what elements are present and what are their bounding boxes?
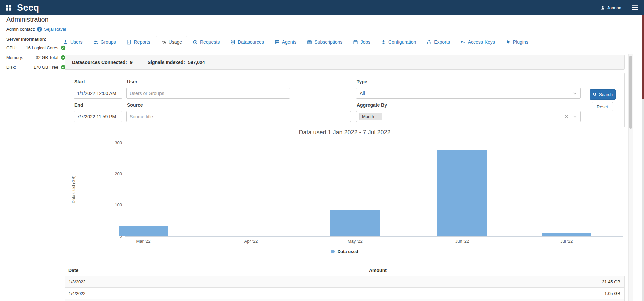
top-navbar: Seeq Joanna [0, 0, 644, 15]
content-scrollbar[interactable] [628, 54, 633, 301]
bar-mar-22 [119, 226, 168, 236]
requests-icon [193, 40, 198, 45]
stats-bar: Datasources Connected: 9 Signals Indexed… [65, 55, 625, 70]
admin-contact-link[interactable]: Sejal Raval [44, 27, 66, 32]
apps-grid-icon[interactable] [5, 5, 12, 11]
x-axis-tick: Jun '22 [445, 239, 479, 244]
end-datetime-input[interactable] [74, 111, 122, 122]
exports-icon [427, 40, 432, 45]
user-name: Joanna [607, 5, 621, 10]
seeq-logo[interactable]: Seeq [17, 3, 39, 13]
tab-label: Usage [169, 39, 182, 45]
type-select[interactable]: All [356, 88, 581, 99]
y-axis-tick: 300 [103, 140, 122, 145]
date-cell: 1/3/2022 [65, 276, 365, 287]
table-row: 1/3/202231.45 GB [65, 276, 625, 288]
date-cell [65, 299, 365, 301]
aggregate-by-label: Aggregate By [357, 102, 387, 108]
table-row: 1/4/20221.05 GB [65, 288, 625, 299]
tab-requests[interactable]: Requests [187, 36, 225, 48]
reset-button[interactable]: Reset [592, 102, 613, 111]
tab-groups[interactable]: Groups [88, 36, 121, 48]
signals-indexed-value: 597,024 [188, 60, 205, 65]
tab-datasources[interactable]: Datasources [225, 36, 269, 48]
bar-may-22 [330, 210, 380, 236]
type-select-value: All [360, 91, 365, 96]
nav-left: Seeq [5, 3, 39, 13]
aggregate-month-tag: Month [359, 113, 382, 120]
tab-label: Jobs [360, 39, 370, 45]
tab-plugins[interactable]: Plugins [500, 36, 534, 48]
server-stat-value: 16 Logical Cores [26, 45, 58, 50]
user-label: User [127, 79, 137, 84]
user-input[interactable] [126, 88, 290, 99]
remove-tag-icon[interactable] [376, 115, 380, 118]
y-axis-tick: 100 [103, 202, 122, 207]
legend-label: Data used [337, 249, 358, 254]
clear-icon[interactable] [564, 114, 569, 119]
chart-title: Data used 1 Jan 2022 - 7 Jul 2022 [65, 129, 625, 136]
date-header: Date [65, 268, 365, 273]
chevron-down-icon [572, 91, 577, 96]
user-icon [63, 40, 68, 45]
search-button[interactable]: Search [590, 89, 616, 100]
type-label: Type [357, 79, 367, 84]
tab-label: Access Keys [468, 39, 495, 45]
gridline [125, 174, 623, 174]
search-icon [593, 92, 597, 97]
datasources-connected-value: 9 [130, 60, 133, 65]
tab-reports[interactable]: Reports [121, 36, 155, 48]
amount-cell: 31.45 GB [365, 276, 624, 287]
tab-users[interactable]: Users [58, 36, 88, 48]
tab-agents[interactable]: Agents [269, 36, 302, 48]
agents-icon [275, 40, 280, 45]
jobs-icon [353, 40, 358, 45]
tab-access-keys[interactable]: Access Keys [455, 36, 500, 48]
x-axis-tick: Apr '22 [234, 239, 268, 244]
tab-usage[interactable]: Usage [156, 36, 187, 48]
tab-jobs[interactable]: Jobs [348, 36, 376, 48]
plot-area: 0100200300Mar '22Apr '22May '22Jun '22Ju… [125, 143, 623, 237]
aggregate-controls [564, 114, 577, 119]
tab-label: Configuration [388, 39, 416, 45]
end-label: End [74, 102, 83, 108]
gridline [125, 143, 623, 143]
admin-contact: Admin contact: ? Sejal Raval [6, 27, 66, 32]
table-row-partial [65, 299, 625, 301]
x-axis-tick: Jul '22 [550, 239, 583, 244]
tab-label: Groups [101, 39, 116, 45]
source-input[interactable] [126, 111, 351, 122]
tab-label: Reports [134, 39, 150, 45]
help-icon[interactable]: ? [37, 27, 42, 32]
user-menu[interactable]: Joanna [601, 5, 621, 10]
server-info-rows: CPU:16 Logical CoresMemory:32 GB TotalDi… [6, 45, 66, 70]
keys-icon [461, 40, 466, 45]
chart-legend[interactable]: Data used [65, 249, 625, 254]
tab-label: Datasources [238, 39, 264, 45]
start-datetime-input[interactable] [74, 88, 122, 99]
bar-jun-22 [437, 150, 487, 236]
server-info-row: Disk:170 GB Free [6, 65, 66, 70]
chevron-down-icon[interactable] [573, 114, 577, 119]
content-scrollbar-thumb[interactable] [629, 56, 632, 129]
server-stat-label: Memory: [6, 55, 23, 60]
server-info: Server Information: CPU:16 Logical Cores… [6, 37, 66, 74]
admin-tabs: UsersGroupsReportsUsageRequestsDatasourc… [58, 36, 534, 48]
usage-table: Date Amount 1/3/202231.45 GB1/4/20221.05… [65, 265, 625, 301]
hamburger-menu-icon[interactable] [631, 4, 639, 11]
page-scrollbar[interactable] [642, 15, 644, 301]
bar-jul-22 [542, 233, 591, 236]
tab-label: Exports [434, 39, 450, 45]
page-title: Administration [6, 16, 49, 23]
tab-subscriptions[interactable]: Subscriptions [302, 36, 348, 48]
aggregate-by-select[interactable]: Month [356, 111, 581, 122]
tab-exports[interactable]: Exports [421, 36, 455, 48]
usage-icon [161, 40, 166, 45]
datasources-connected-label: Datasources Connected: [72, 60, 127, 65]
configuration-icon [381, 40, 386, 45]
tab-configuration[interactable]: Configuration [376, 36, 421, 48]
date-cell: 1/4/2022 [65, 288, 365, 299]
page-scrollbar-thumb[interactable] [642, 15, 644, 99]
table-header: Date Amount [65, 265, 625, 276]
users-icon [93, 40, 98, 45]
